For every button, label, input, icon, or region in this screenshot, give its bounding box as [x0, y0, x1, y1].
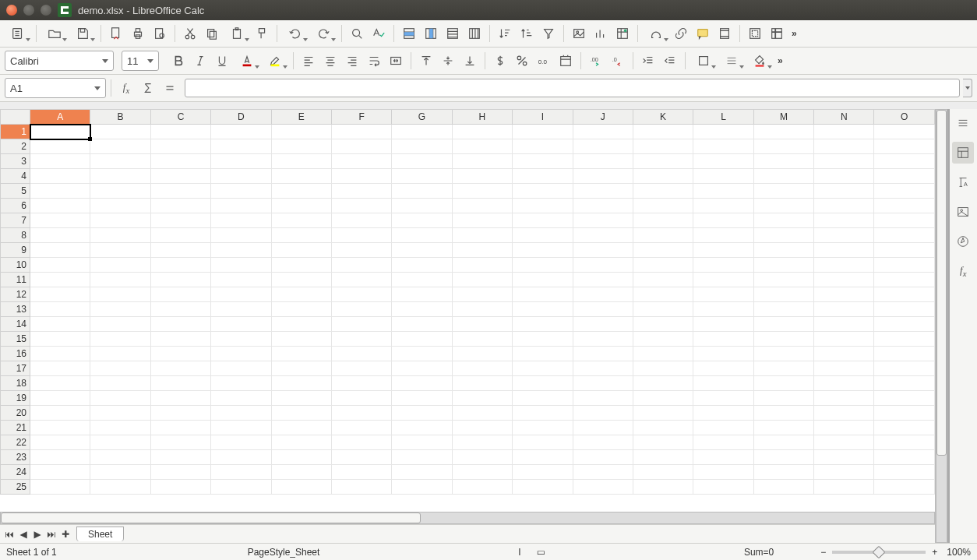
functions-panel-icon[interactable]: fx: [952, 260, 974, 282]
cell[interactable]: [150, 213, 210, 228]
cell[interactable]: [874, 376, 935, 391]
cell[interactable]: [211, 243, 271, 258]
cell[interactable]: [331, 317, 391, 332]
cell[interactable]: [452, 347, 512, 361]
cell[interactable]: [392, 347, 452, 361]
cell[interactable]: [30, 391, 90, 406]
row-header[interactable]: 22: [1, 435, 30, 450]
cell[interactable]: [693, 450, 753, 465]
cell[interactable]: [211, 199, 271, 213]
cell[interactable]: [150, 406, 210, 421]
cell[interactable]: [331, 199, 391, 213]
window-maximize-button[interactable]: [41, 5, 51, 16]
cell[interactable]: [30, 435, 90, 450]
cell[interactable]: [513, 450, 573, 465]
cell[interactable]: [573, 184, 633, 199]
cell[interactable]: [271, 317, 331, 332]
align-top-button[interactable]: [416, 51, 436, 71]
column-header[interactable]: F: [331, 110, 391, 125]
cell[interactable]: [573, 347, 633, 361]
cell[interactable]: [392, 450, 452, 465]
zoom-out-button[interactable]: −: [820, 547, 826, 558]
status-sum[interactable]: Sum=0: [744, 547, 774, 558]
cell[interactable]: [150, 376, 210, 391]
cell[interactable]: [90, 332, 150, 347]
date-format-button[interactable]: [556, 51, 576, 71]
cell[interactable]: [211, 332, 271, 347]
cell[interactable]: [573, 480, 633, 495]
cell[interactable]: [874, 287, 935, 302]
font-name-combo[interactable]: Calibri: [5, 51, 114, 71]
cell[interactable]: [513, 347, 573, 361]
cell[interactable]: [30, 139, 90, 154]
cell[interactable]: [633, 480, 693, 495]
cell[interactable]: [874, 258, 935, 273]
cell[interactable]: [211, 391, 271, 406]
cell[interactable]: [331, 243, 391, 258]
cell[interactable]: [150, 421, 210, 435]
cell[interactable]: [452, 154, 512, 169]
cell[interactable]: [513, 154, 573, 169]
cell[interactable]: [874, 465, 935, 480]
cell[interactable]: [392, 154, 452, 169]
cell[interactable]: [30, 421, 90, 435]
cell[interactable]: [874, 317, 935, 332]
cell[interactable]: [211, 258, 271, 273]
cell[interactable]: [150, 465, 210, 480]
cell[interactable]: [211, 228, 271, 243]
cell[interactable]: [753, 139, 813, 154]
cell[interactable]: [211, 347, 271, 361]
row-header[interactable]: 12: [1, 287, 30, 302]
column-header[interactable]: C: [150, 110, 210, 125]
cell[interactable]: [693, 139, 753, 154]
cell[interactable]: [753, 332, 813, 347]
cell[interactable]: [271, 361, 331, 376]
properties-panel-icon[interactable]: [952, 142, 974, 164]
cell[interactable]: [331, 361, 391, 376]
cell[interactable]: [331, 125, 391, 139]
cell[interactable]: [874, 347, 935, 361]
cell[interactable]: [513, 376, 573, 391]
row-header[interactable]: 25: [1, 480, 30, 495]
cell[interactable]: [513, 199, 573, 213]
cell[interactable]: [753, 169, 813, 184]
cell[interactable]: [753, 480, 813, 495]
row-header[interactable]: 23: [1, 450, 30, 465]
cell[interactable]: [211, 317, 271, 332]
cell[interactable]: [271, 125, 331, 139]
cell[interactable]: [693, 184, 753, 199]
cell[interactable]: [633, 347, 693, 361]
cell[interactable]: [392, 317, 452, 332]
cell[interactable]: [271, 376, 331, 391]
formula-input[interactable]: [185, 79, 960, 97]
autofilter-button[interactable]: [538, 23, 559, 44]
align-center-button[interactable]: [320, 51, 340, 71]
toolbar-overflow-icon[interactable]: »: [774, 55, 786, 66]
cell[interactable]: [271, 169, 331, 184]
cell[interactable]: [753, 199, 813, 213]
cell[interactable]: [271, 450, 331, 465]
cell[interactable]: [452, 421, 512, 435]
cell[interactable]: [513, 139, 573, 154]
row-header[interactable]: 11: [1, 273, 30, 287]
cell[interactable]: [753, 243, 813, 258]
cell[interactable]: [331, 287, 391, 302]
cell[interactable]: [513, 302, 573, 317]
cell[interactable]: [452, 406, 512, 421]
cell[interactable]: [271, 347, 331, 361]
cell[interactable]: [392, 228, 452, 243]
cell[interactable]: [513, 361, 573, 376]
cell[interactable]: [633, 213, 693, 228]
merge-cells-button[interactable]: [386, 51, 406, 71]
cell[interactable]: [814, 391, 874, 406]
cell[interactable]: [271, 228, 331, 243]
cell[interactable]: [573, 391, 633, 406]
cell[interactable]: [392, 302, 452, 317]
cell[interactable]: [392, 376, 452, 391]
cell[interactable]: [633, 376, 693, 391]
row-header[interactable]: 9: [1, 243, 30, 258]
cell[interactable]: [392, 391, 452, 406]
cell[interactable]: [874, 243, 935, 258]
cell[interactable]: [90, 450, 150, 465]
cell[interactable]: [150, 347, 210, 361]
